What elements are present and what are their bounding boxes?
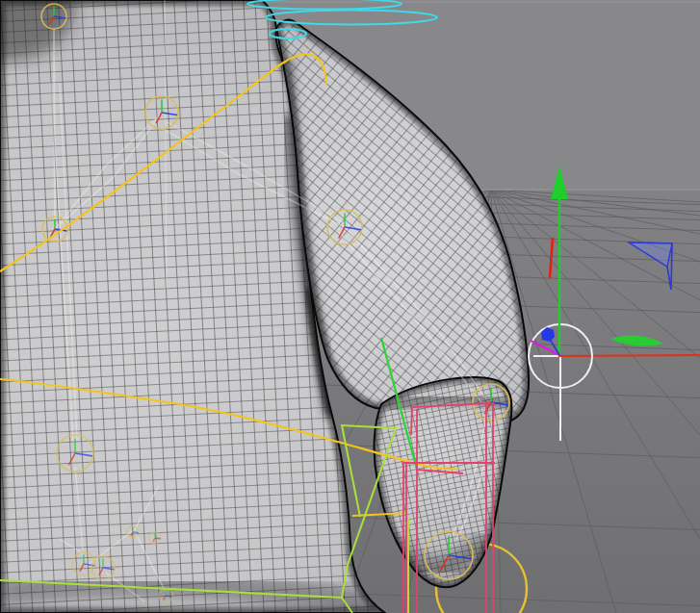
- 3d-viewport[interactable]: [0, 0, 700, 613]
- mini-z-axis: [166, 596, 172, 597]
- mini-z-axis: [155, 538, 161, 539]
- x-axis-handle[interactable]: [557, 355, 700, 356]
- viewport-canvas[interactable]: [0, 0, 700, 613]
- mini-z-axis: [133, 532, 139, 533]
